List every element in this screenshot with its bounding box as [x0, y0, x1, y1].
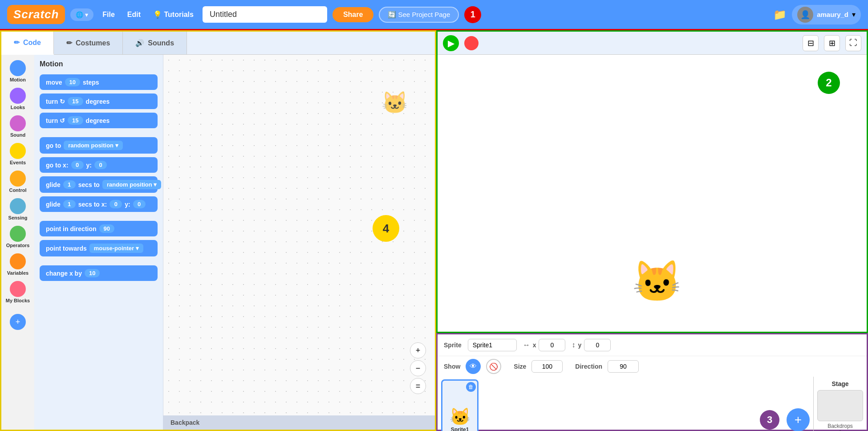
sprite-list: 🗑 🐱 Sprite1 3 +: [438, 377, 813, 431]
project-title-input[interactable]: [203, 6, 327, 23]
control-label: Control: [9, 187, 26, 193]
backpack-bar[interactable]: Backpack: [163, 415, 435, 430]
block-point-direction[interactable]: point in direction 90: [40, 221, 158, 236]
sidebar-item-events[interactable]: Events: [9, 141, 27, 167]
file-menu-button[interactable]: File: [99, 9, 118, 20]
motion-label: Motion: [10, 77, 26, 82]
block-goto-xy-mid: y:: [86, 162, 92, 169]
sprite-thumb-label: Sprite1: [451, 427, 469, 431]
tab-code[interactable]: ✏ Code: [1, 32, 54, 55]
x-coord-group: ↔ x: [523, 339, 566, 351]
block-glide-x-input[interactable]: 0: [110, 200, 122, 208]
block-turn-cw-input[interactable]: 15: [68, 97, 83, 106]
block-glide-text: glide: [46, 181, 61, 188]
block-goto-y-input[interactable]: 0: [94, 161, 107, 169]
stage-toolbar: ▶ ⊟ ⊞ ⛶: [438, 32, 867, 55]
tab-costumes-label: Costumes: [76, 39, 110, 47]
block-goto-xy[interactable]: go to x: 0 y: 0: [40, 157, 158, 173]
stage-large-layout-button[interactable]: ⊞: [824, 35, 840, 51]
size-label: Size: [514, 363, 526, 370]
block-goto-dropdown[interactable]: random position ▾: [64, 141, 122, 150]
operators-label: Operators: [6, 243, 30, 248]
block-glide-dropdown[interactable]: random position ▾: [102, 180, 161, 189]
green-flag-button[interactable]: ▶: [443, 35, 459, 51]
username-label: amaury_d: [817, 11, 848, 18]
block-point-towards[interactable]: point towards mouse-pointer ▾: [40, 240, 158, 256]
see-project-button[interactable]: 🔄 See Project Page: [379, 7, 459, 23]
sprite-show-bar: Show 👁 🚫 Size Direction: [438, 356, 867, 377]
add-sprite-button[interactable]: +: [787, 408, 810, 431]
block-turn-ccw-suffix: degrees: [86, 117, 110, 124]
block-glide-secs-input[interactable]: 1: [63, 180, 76, 189]
tab-code-label: Code: [23, 39, 41, 47]
stage-small-layout-button[interactable]: ⊟: [803, 35, 819, 51]
sidebar-item-variables[interactable]: Variables: [6, 252, 29, 277]
block-area: Motion Looks Sound Events Control: [1, 55, 435, 430]
add-extension-dot: +: [10, 314, 26, 330]
sidebar-item-operators[interactable]: Operators: [5, 224, 31, 250]
block-turn-cw[interactable]: turn ↻ 15 degrees: [40, 94, 158, 109]
block-point-towards-text: point towards: [46, 245, 87, 252]
block-change-x-input[interactable]: 10: [85, 269, 100, 277]
sidebar-item-sensing[interactable]: Sensing: [8, 196, 28, 222]
sprite-main-area: 🗑 🐱 Sprite1 3 +: [438, 377, 813, 431]
category-sidebar: Motion Looks Sound Events Control: [1, 55, 34, 430]
block-change-x[interactable]: change x by 10: [40, 265, 158, 281]
user-menu[interactable]: 👤 amaury_d ▾: [792, 5, 861, 24]
block-turn-ccw[interactable]: turn ↺ 15 degrees: [40, 113, 158, 128]
folder-button[interactable]: 📁: [773, 8, 787, 21]
block-turn-ccw-input[interactable]: 15: [68, 116, 83, 125]
block-move-steps[interactable]: move 10 steps: [40, 74, 158, 90]
block-glide-xy-secs[interactable]: 1: [63, 200, 76, 208]
sidebar-item-motion[interactable]: Motion: [9, 58, 27, 84]
zoom-reset-button[interactable]: =: [410, 378, 426, 394]
sprite-delete-button[interactable]: 🗑: [466, 382, 476, 392]
user-chevron-icon: ▾: [852, 10, 856, 19]
globe-button[interactable]: 🌐 ▾: [70, 8, 93, 21]
sidebar-item-control[interactable]: Control: [8, 169, 27, 195]
tab-sounds[interactable]: 🔊 Sounds: [123, 32, 187, 54]
block-turn-cw-suffix: degrees: [86, 98, 110, 105]
share-button[interactable]: Share: [333, 7, 373, 22]
operators-dot: [10, 226, 26, 242]
block-glide-xy[interactable]: glide 1 secs to x: 0 y: 0: [40, 196, 158, 212]
sidebar-item-sound[interactable]: Sound: [9, 114, 27, 139]
stop-button[interactable]: [464, 36, 479, 50]
sprite-label: Sprite: [444, 342, 462, 349]
badge-3: 3: [760, 410, 779, 430]
tab-costumes[interactable]: ✏ Costumes: [54, 32, 123, 54]
block-glide-y-input[interactable]: 0: [133, 200, 146, 208]
x-coord-input[interactable]: [539, 339, 565, 351]
sprite-name-input[interactable]: [468, 339, 517, 351]
size-input[interactable]: [531, 360, 563, 373]
sidebar-item-myblocks[interactable]: My Blocks: [5, 279, 31, 305]
script-area[interactable]: 🐱 4 + − = Backpack: [163, 55, 435, 430]
stage-fullscreen-button[interactable]: ⛶: [845, 35, 861, 51]
direction-input[interactable]: [608, 360, 639, 373]
show-hidden-button[interactable]: 🚫: [486, 359, 501, 374]
stage-mini-thumbnail[interactable]: [817, 390, 863, 421]
backdrops-label: Backdrops: [817, 423, 863, 429]
show-visible-button[interactable]: 👁: [466, 359, 481, 374]
zoom-in-button[interactable]: +: [410, 342, 426, 358]
block-point-dir-input[interactable]: 90: [99, 224, 114, 233]
block-goto-random[interactable]: go to random position ▾: [40, 137, 158, 154]
myblocks-label: My Blocks: [6, 298, 30, 303]
sidebar-item-add[interactable]: +: [9, 312, 27, 332]
editor-tabs: ✏ Code ✏ Costumes 🔊 Sounds: [1, 32, 435, 55]
badge-1: 1: [464, 6, 481, 23]
block-glide-random[interactable]: glide 1 secs to random position ▾: [40, 176, 158, 193]
block-move-input[interactable]: 10: [65, 78, 80, 86]
edit-menu-button[interactable]: Edit: [124, 9, 144, 20]
y-coord-input[interactable]: [584, 339, 611, 351]
sprite-item-sprite1[interactable]: 🗑 🐱 Sprite1: [441, 379, 479, 431]
sensing-label: Sensing: [8, 215, 28, 220]
block-point-towards-dropdown[interactable]: mouse-pointer ▾: [89, 244, 143, 253]
sidebar-item-looks[interactable]: Looks: [9, 86, 27, 112]
block-move-suffix: steps: [83, 79, 99, 86]
tutorials-button[interactable]: 💡 Tutorials: [150, 8, 197, 20]
sound-label: Sound: [10, 132, 25, 138]
block-goto-x-input[interactable]: 0: [71, 161, 84, 169]
zoom-out-button[interactable]: −: [410, 360, 426, 376]
sprite-in-editor: 🐱: [381, 90, 408, 115]
